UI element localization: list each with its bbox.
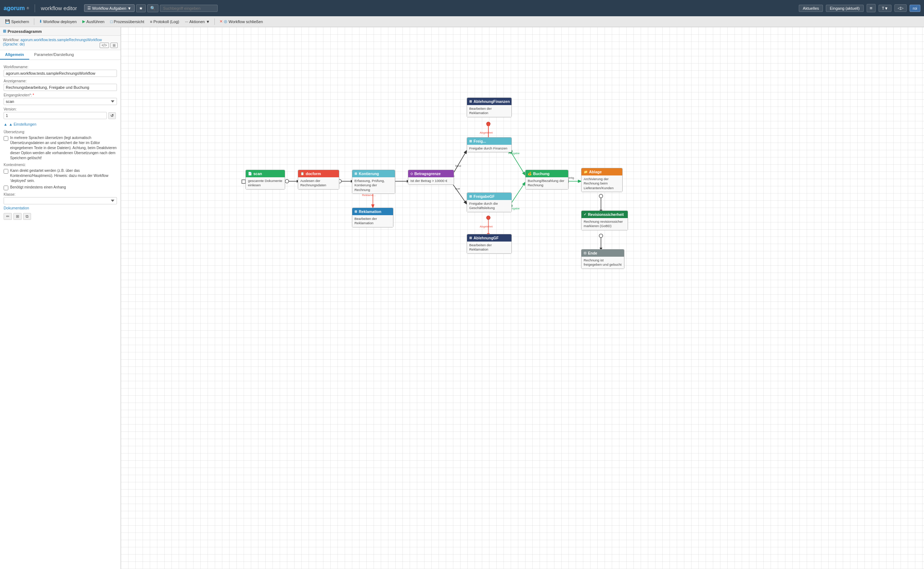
node-betragsgrenze-body: Ist der Betrag > 10000 € — [408, 177, 454, 184]
node-ende[interactable]: ⊡ Ende Rechnung ist freigegeben und gebu… — [581, 249, 625, 269]
einstellungen-label: ▲ Einstellungen — [9, 122, 36, 126]
star-button[interactable]: ★ — [136, 5, 146, 12]
eingang-button[interactable]: Eingang (aktuell) — [826, 5, 864, 12]
close-workflow-button[interactable]: ✕ ◎ Workflow schließen — [217, 18, 265, 24]
svg-text:Abgelehnt: Abgelehnt — [480, 131, 493, 134]
tab-parameter[interactable]: Parameter/Darstellung — [29, 50, 79, 59]
right-buttons: Aktuelles Eingang (aktuell) ≡ T▼ ◁▷ roi — [799, 4, 920, 12]
canvas-area[interactable]: Reklama... false true Abgelehnt Freigabe… — [121, 27, 924, 569]
search-input[interactable] — [160, 5, 218, 12]
menu-button[interactable]: ≡ — [866, 4, 876, 12]
node-ablehnung-gf[interactable]: ⊞ AblehnungGF Bearbeiten der Reklamation — [467, 234, 512, 254]
kontextmenu-label: Kontextmenü: — [4, 163, 117, 167]
doc-edit-btn[interactable]: ✏ — [4, 213, 12, 220]
kontextmenu-checkbox2[interactable] — [4, 186, 8, 190]
aktuelles-button[interactable]: Aktuelles — [799, 5, 823, 12]
uebersetzung-checkbox[interactable] — [4, 136, 8, 141]
workflowname-label: Workflowname: — [4, 65, 117, 69]
text-button[interactable]: T▼ — [878, 5, 892, 12]
node-buchung-body: Buchung/Bezahlung der Rechnung — [526, 177, 568, 189]
chevron-icon: ▼ — [206, 20, 210, 24]
node-freigabe-gf[interactable]: ⊞ FreigabeGF Freigabe durch die Geschäft… — [467, 192, 512, 212]
logo: agorum ® — [4, 5, 29, 12]
user-button[interactable]: roi — [910, 5, 920, 12]
svg-text:Reklama...: Reklama... — [362, 193, 376, 197]
panel-title: Prozessdiagramm — [8, 29, 42, 33]
node-betragsgrenze-icon: ◇ — [410, 172, 413, 175]
actions-icon: ··· — [185, 20, 188, 24]
node-freigabe-finanzen-icon: ⊞ — [469, 139, 472, 143]
left-panel: ⊞ Prozessdiagramm Workflow: agorum.workf… — [0, 27, 121, 569]
workflow-aufgaben-button[interactable]: ☰ Workflow Aufgaben ▼ — [84, 5, 134, 12]
node-freigabe-finanzen-body: Freigabe durch Finanzen — [467, 145, 511, 152]
node-docform-icon: 📋 — [300, 172, 304, 175]
svg-line-21 — [510, 151, 525, 175]
save-button[interactable]: 💾 💾 Speichern Speichern — [3, 18, 31, 24]
code-btn[interactable]: </> — [100, 43, 109, 48]
form-section: Workflowname: Anzeigename: Eingangsknote… — [0, 60, 120, 223]
node-scan[interactable]: 📄 scan gescannte Dokumente einlesen — [245, 170, 285, 190]
node-ablehnung-finanzen-label: AblehnungFinanzen — [474, 99, 510, 103]
node-ablage-label: Ablage — [589, 170, 602, 174]
log-button[interactable]: ≡ Protokoll (Log) — [147, 19, 181, 24]
node-ende-body: Rechnung ist freigegeben und gebucht — [582, 257, 624, 269]
node-ablehnung-gf-label: AblehnungGF — [474, 236, 498, 240]
workflow-info: Workflow: agorum.workflow.tests.sampleRe… — [0, 36, 120, 50]
topbar: agorum ® workflow editor ☰ Workflow Aufg… — [0, 0, 924, 16]
node-ablage[interactable]: 📁 Ablage Archivierung der Rechnung beim … — [581, 168, 623, 192]
deploy-button[interactable]: ⬇ Workflow deployen — [37, 18, 79, 24]
node-ablehnung-finanzen[interactable]: ⊞ AblehnungFinanzen Bearbeiten der Rekla… — [467, 97, 512, 117]
log-icon: ≡ — [150, 20, 152, 24]
doc-copy-btn[interactable]: ⧉ — [23, 213, 31, 220]
main-area: ⊞ Prozessdiagramm Workflow: agorum.workf… — [0, 27, 924, 569]
workflowname-input[interactable] — [4, 70, 117, 77]
svg-point-29 — [486, 216, 490, 219]
toggle-icon: ▲ — [4, 122, 7, 126]
node-betragsgrenze[interactable]: ◇ Betragsgrenze Ist der Betrag > 10000 € — [408, 170, 454, 185]
grid-btn[interactable]: ⊞ — [111, 43, 118, 48]
version-input[interactable] — [4, 112, 107, 119]
node-revisionssicherheit[interactable]: ✓ Revisionssicherheit Rechnung revisions… — [581, 210, 628, 230]
node-docform-body: Auslesen der Rechnungsdaten — [298, 177, 339, 189]
uebersetzung-row: In mehrere Sprachen übersetzen (legt aut… — [4, 135, 117, 161]
node-ablehnung-finanzen-body: Bearbeiten der Reklamation — [467, 105, 511, 117]
tabs: Allgemein Parameter/Darstellung — [0, 50, 120, 60]
node-betragsgrenze-label: Betragsgrenze — [414, 172, 441, 176]
panel-icon: ⊞ — [3, 29, 6, 33]
kontextmenu-checkbox1[interactable] — [4, 169, 8, 173]
einstellungen-toggle[interactable]: ▲ ▲ Einstellungen — [4, 120, 117, 128]
svg-text:Abgelehnt: Abgelehnt — [480, 225, 493, 228]
kontextmenu-section: Kontextmenü: Kann direkt gestartet werde… — [4, 163, 117, 190]
node-ende-label: Ende — [588, 251, 597, 255]
eingangsknoten-select[interactable]: scan — [4, 98, 117, 105]
node-freigabe-finanzen[interactable]: ⊞ Freig... Freigabe durch Finanzen — [467, 137, 512, 152]
overview-icon: □ — [110, 20, 112, 24]
actions-button[interactable]: ··· Aktionen ▼ — [182, 19, 212, 24]
klasse-select[interactable] — [4, 197, 117, 204]
node-scan-body: gescannte Dokumente einlesen — [246, 177, 285, 189]
anzeigename-input[interactable] — [4, 84, 117, 91]
sep1 — [34, 18, 34, 25]
node-buchung[interactable]: 💰 Buchung Buchung/Bezahlung der Rechnung — [525, 170, 568, 190]
doc-open-btn[interactable]: ⊞ — [13, 213, 22, 220]
nav-arrows-button[interactable]: ◁▷ — [894, 5, 907, 12]
node-scan-header: 📄 scan — [246, 170, 285, 177]
search-icon-btn[interactable]: 🔍 — [147, 5, 158, 12]
version-refresh-btn[interactable]: ↺ — [108, 112, 116, 119]
node-kontierung-icon: ⊞ — [354, 172, 357, 175]
kontextmenu-text1: Kann direkt gestartet werden (z.B. über … — [10, 168, 117, 183]
node-reklamation[interactable]: ⊞ Reklamation Bearbeiten der Reklamation — [352, 208, 394, 227]
node-ende-icon: ⊡ — [584, 251, 587, 255]
node-ablehnung-gf-icon: ⊞ — [469, 236, 472, 240]
run-button[interactable]: ▶ Ausführen — [80, 18, 106, 24]
klasse-label: Klasse: — [4, 192, 117, 196]
node-revisionssicherheit-header: ✓ Revisionssicherheit — [582, 211, 628, 218]
run-icon: ▶ — [82, 19, 85, 24]
node-freigabe-finanzen-header: ⊞ Freig... — [467, 138, 511, 145]
node-docform[interactable]: 📋 docform Auslesen der Rechnungsdaten — [298, 170, 339, 190]
toolbar: 💾 💾 Speichern Speichern ⬇ Workflow deplo… — [0, 16, 924, 27]
save-icon: 💾 — [5, 19, 10, 24]
overview-button[interactable]: □ Prozessübersicht — [108, 19, 146, 24]
tab-allgemein[interactable]: Allgemein — [0, 50, 29, 59]
node-kontierung[interactable]: ⊞ Kontierung Erfassung, Prüfung, Kontier… — [352, 170, 395, 194]
